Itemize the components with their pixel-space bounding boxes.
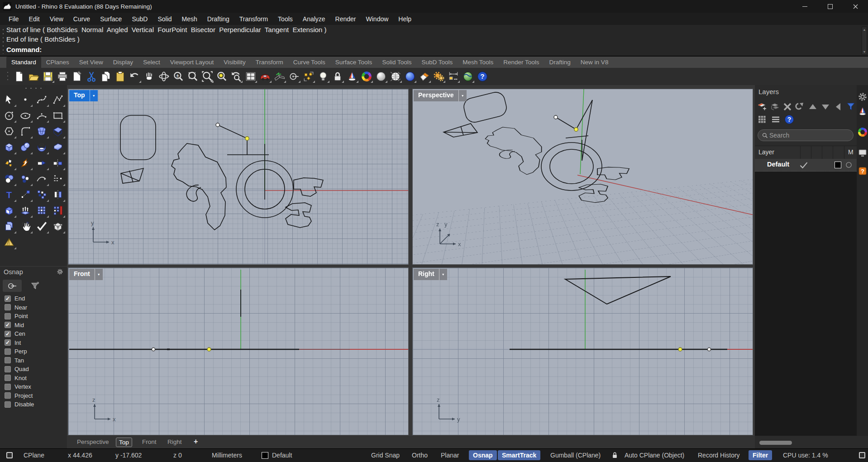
tool-boolean-button[interactable] xyxy=(1,171,17,186)
menu-view[interactable]: View xyxy=(45,15,68,23)
filter-button[interactable] xyxy=(845,101,856,112)
menu-drafting[interactable]: Drafting xyxy=(202,15,234,23)
save-button[interactable] xyxy=(41,69,55,84)
toolbar-tab-select[interactable]: Select xyxy=(138,57,165,68)
viewport-right[interactable]: Right z y xyxy=(412,267,753,435)
osnap-checkbox-tan[interactable] xyxy=(5,357,11,363)
tool-extrude-up-button[interactable] xyxy=(17,202,33,218)
tool-blast-button[interactable] xyxy=(17,155,33,171)
osnap-checkbox-vertex[interactable] xyxy=(5,384,11,390)
panel-help-tab[interactable]: ? xyxy=(857,166,868,176)
viewport-label-right[interactable]: Right xyxy=(414,269,447,280)
grid-snap-toggle[interactable]: Grid Snap xyxy=(371,452,400,459)
toolbar-tab-subd-tools[interactable]: SubD Tools xyxy=(416,57,458,68)
viewport-tab-front[interactable]: Front xyxy=(139,438,159,446)
menu-render[interactable]: Render xyxy=(330,15,361,23)
list-menu-button[interactable] xyxy=(770,114,781,125)
render-sphere-button[interactable] xyxy=(403,69,417,84)
move-left-button[interactable] xyxy=(833,101,844,112)
rotate-view-button[interactable] xyxy=(157,69,171,84)
menu-solid[interactable]: Solid xyxy=(153,15,176,23)
viewport-tab-perspective[interactable]: Perspective xyxy=(74,438,112,446)
toolbar-tab-cplanes[interactable]: CPlanes xyxy=(41,57,74,68)
panel-gear-tab[interactable] xyxy=(857,91,868,102)
tool-point-cloud-button[interactable] xyxy=(17,171,33,186)
pan-button[interactable] xyxy=(142,69,157,84)
current-layer-swatch[interactable] xyxy=(262,452,268,459)
cut-button[interactable] xyxy=(84,69,99,84)
tool-text-button[interactable]: T xyxy=(1,186,17,202)
menu-help[interactable]: Help xyxy=(393,15,416,23)
tool-offset-button[interactable] xyxy=(50,171,66,186)
undo-button[interactable] xyxy=(128,69,142,84)
tool-array-button[interactable] xyxy=(33,186,50,202)
viewport-top[interactable]: Top xyxy=(68,89,409,265)
viewport-tab-right[interactable]: Right xyxy=(165,438,185,446)
palette-grip[interactable] xyxy=(24,87,43,90)
zoom-window-button[interactable] xyxy=(186,69,200,84)
tool-patch-surface-button[interactable] xyxy=(33,123,50,139)
delete-layer-button[interactable] xyxy=(782,101,793,112)
osnap-checkbox-mid[interactable] xyxy=(5,322,11,328)
move-button[interactable] xyxy=(287,69,301,84)
cursor-y-readout[interactable]: y -17.602 xyxy=(115,452,142,459)
print-button[interactable] xyxy=(55,69,70,84)
osnap-checkbox-end[interactable] xyxy=(5,295,11,302)
smarttrack-toggle[interactable]: SmartTrack xyxy=(498,450,540,460)
tool-corner-surface-button[interactable] xyxy=(50,123,66,139)
layers-search-input[interactable] xyxy=(768,131,843,139)
open-button[interactable] xyxy=(26,69,41,84)
shaded-sphere-button[interactable] xyxy=(374,69,388,84)
tool-polyline-button[interactable] xyxy=(50,91,66,107)
new-file-button[interactable] xyxy=(12,69,26,84)
menu-mesh[interactable]: Mesh xyxy=(177,15,202,23)
lock-icon[interactable] xyxy=(612,452,618,459)
viewport-label-front[interactable]: Front xyxy=(69,269,103,280)
layers-search-box[interactable] xyxy=(758,129,854,141)
tool-ellipse-button[interactable] xyxy=(17,107,33,123)
tool-solid-box-button[interactable] xyxy=(1,202,17,218)
lock-button[interactable] xyxy=(330,69,345,84)
planar-toggle[interactable]: Planar xyxy=(441,452,459,459)
viewport-label-top[interactable]: Top xyxy=(69,90,98,101)
toolbar-tab-viewport-layout[interactable]: Viewport Layout xyxy=(165,57,219,68)
tool-rectangle-button[interactable] xyxy=(50,107,66,123)
new-viewport-tab-button[interactable]: + xyxy=(191,437,200,447)
tool-torus-button[interactable] xyxy=(33,139,50,155)
paste-button[interactable] xyxy=(113,69,128,84)
menu-surface[interactable]: Surface xyxy=(95,15,127,23)
color-wheel-button[interactable] xyxy=(359,69,374,84)
close-button[interactable] xyxy=(843,0,868,13)
zoom-extents-button[interactable] xyxy=(200,69,215,84)
earth-button[interactable] xyxy=(461,69,475,84)
duplicate-layer-button[interactable] xyxy=(795,101,806,112)
minimize-button[interactable] xyxy=(792,0,817,13)
toolbar-tab-surface-tools[interactable]: Surface Tools xyxy=(330,57,377,68)
help-button[interactable]: ? xyxy=(475,69,490,84)
tool-arc-button[interactable] xyxy=(33,107,50,123)
cursor-x-readout[interactable]: x 44.426 xyxy=(68,452,92,459)
move-down-button[interactable] xyxy=(820,101,831,112)
dimension-button[interactable] xyxy=(446,69,461,84)
viewport-right-menu-arrow-icon[interactable] xyxy=(439,269,447,280)
panel-monitor-tab[interactable] xyxy=(857,148,868,158)
toolbar-tab-set-view[interactable]: Set View xyxy=(74,57,108,68)
menu-edit[interactable]: Edit xyxy=(24,15,45,23)
osnap-toggle[interactable]: Osnap xyxy=(469,450,497,460)
osnap-gear-icon[interactable] xyxy=(57,268,63,275)
osnap-checkbox-point[interactable] xyxy=(5,313,11,319)
menu-analyze[interactable]: Analyze xyxy=(298,15,330,23)
options-button[interactable] xyxy=(432,69,446,84)
osnap-checkbox-project[interactable] xyxy=(5,392,11,399)
points-button[interactable] xyxy=(301,69,316,84)
toolbar-tab-solid-tools[interactable]: Solid Tools xyxy=(377,57,416,68)
tool-pages-button[interactable] xyxy=(1,218,17,234)
toolbar-tab-drafting[interactable]: Drafting xyxy=(544,57,576,68)
zoom-dynamic-button[interactable]: ± xyxy=(171,69,186,84)
car-button[interactable] xyxy=(258,69,272,84)
zoom-selected-button[interactable] xyxy=(215,69,229,84)
tool-control-point-curve-button[interactable] xyxy=(33,91,50,107)
auto-cplane-toggle[interactable]: Auto CPlane (Object) xyxy=(625,452,684,459)
new-sublayer-button[interactable] xyxy=(769,101,780,112)
tool-mirror-button[interactable] xyxy=(50,186,66,202)
